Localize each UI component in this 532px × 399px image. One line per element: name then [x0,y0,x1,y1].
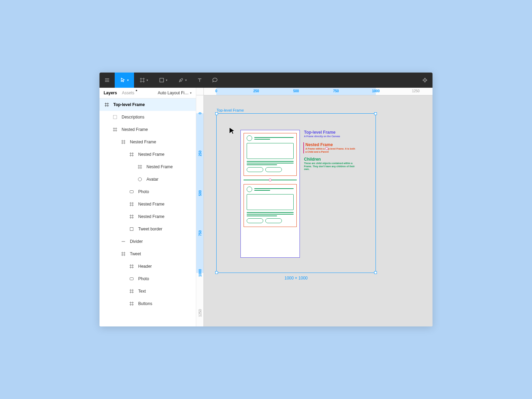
text-icon [197,77,202,83]
resize-handle-tl[interactable] [215,112,218,115]
frame-icon [129,213,135,220]
selection-dimensions: 1000 × 1000 [284,276,307,281]
layer-row[interactable]: Nested Frame [99,161,196,173]
frame-icon [120,139,126,145]
layer-label: Nested Frame [138,202,164,207]
toolbar: ▾ ▾ ▾ ▾ [99,73,433,88]
cursor-icon [120,77,126,83]
layer-row[interactable]: Header [99,260,196,273]
layers-tree[interactable]: Top-level FrameDescriptionsNested FrameN… [99,98,196,326]
layer-label: Avatar [146,177,158,182]
resize-handle-tr[interactable] [374,112,377,115]
tab-assets[interactable]: Assets [122,91,134,95]
canvas-viewport[interactable]: Top-level Frame 1000 × 1000 [204,95,433,326]
ruler-corner [196,88,204,95]
ruler-vertical[interactable]: 025050075010001250 [196,95,204,326]
mock-tweet-1 [244,133,297,176]
ruler-tick: 1000 [198,269,202,277]
rect-icon [159,77,164,83]
pen-tool[interactable]: ▾ [173,73,192,88]
layer-row[interactable]: Top-level Frame [99,98,196,111]
legend-nested: Nested FrameA Frame within a Top-level F… [303,142,355,153]
layer-row[interactable]: Nested Frame [99,148,196,161]
chevron-down-icon: ▾ [166,78,168,82]
diamond-icon [422,77,428,83]
ruler-tick: 1250 [412,89,419,93]
text-tool[interactable] [192,73,207,88]
ruler-tick: 250 [198,150,202,156]
chevron-down-icon: ▾ [127,78,129,82]
layer-row[interactable]: Descriptions [99,111,196,123]
layer-row[interactable]: Nested Frame [99,198,196,210]
tab-layers[interactable]: Layers [104,91,117,95]
layer-row[interactable]: Photo [99,273,196,285]
mock-nested-frame[interactable] [240,130,300,258]
pen-icon [178,77,184,83]
ruler-tick: 500 [198,190,202,196]
mock-tweet-2 [244,184,297,227]
comment-tool[interactable] [207,73,222,88]
frame-title[interactable]: Top-level Frame [217,108,244,112]
layer-label: Photo [138,189,149,194]
layer-label: Text [138,289,146,294]
ruler-tick: 0 [198,112,202,114]
svg-rect-1 [113,115,117,119]
layer-label: Nested Frame [122,127,148,132]
menu-button[interactable] [99,73,115,88]
frame-icon [129,151,135,158]
layers-panel: Layers Assets Auto Layout Fi… ▾ Top-leve… [99,88,196,326]
layer-row[interactable]: Nested Frame [99,136,196,148]
ruler-tick: 0 [215,89,217,93]
circle-icon [137,176,143,182]
frame-icon [129,263,135,269]
frame-tool[interactable]: ▾ [134,73,153,88]
svg-rect-5 [130,278,133,280]
app-window: ▾ ▾ ▾ ▾ Layers Assets [99,73,433,326]
ruler-tick: 250 [253,89,259,93]
resize-handle-bl[interactable] [215,271,218,274]
frame-icon [129,201,135,207]
ruler-tick: 1250 [198,309,202,316]
frame-icon [129,301,135,307]
layer-label: Top-level Frame [113,102,145,107]
layer-row[interactable]: Nested Frame [99,123,196,136]
chevron-down-icon: ▾ [185,78,187,82]
shape-tool[interactable]: ▾ [153,73,173,88]
layer-row[interactable]: Photo [99,186,196,198]
panel-tabs: Layers Assets Auto Layout Fi… ▾ [99,88,196,98]
layer-label: Divider [130,239,143,244]
chevron-down-icon: ▾ [190,91,192,95]
layer-label: Nested Frame [130,140,156,144]
frame-icon [129,288,135,294]
line-icon [120,238,126,245]
legend-children: ChildrenThese are child objects containe… [304,157,356,171]
ruler-horizontal[interactable]: 025050075010001250 [204,88,433,95]
layer-row[interactable]: Text [99,285,196,297]
ruler-tick: 1000 [372,89,380,93]
image-icon [129,189,135,195]
image-icon [129,276,135,282]
ruler-tick: 750 [333,89,339,93]
svg-point-2 [138,178,142,181]
layer-row[interactable]: Buttons [99,297,196,310]
layer-label: Nested Frame [138,152,164,157]
layer-label: Tweet [130,251,141,256]
frame-icon [112,126,118,133]
components-button[interactable] [417,73,433,88]
page-selector[interactable]: Auto Layout Fi… ▾ [158,91,192,95]
layer-row[interactable]: Tweet border [99,223,196,235]
editor: 025050075010001250 025050075010001250 To… [196,88,433,326]
layer-row[interactable]: Tweet [99,248,196,260]
layer-row[interactable]: Nested Frame [99,210,196,223]
move-tool[interactable]: ▾ [115,73,134,88]
frame-icon [104,102,110,108]
frame-icon [140,77,145,83]
layer-row[interactable]: Avatar [99,173,196,186]
layer-label: Tweet border [138,227,162,231]
svg-rect-3 [130,191,133,193]
mock-divider [244,179,297,181]
resize-handle-br[interactable] [374,271,377,274]
layer-row[interactable]: Divider [99,235,196,248]
layer-label: Photo [138,276,149,281]
layer-label: Descriptions [122,115,144,120]
